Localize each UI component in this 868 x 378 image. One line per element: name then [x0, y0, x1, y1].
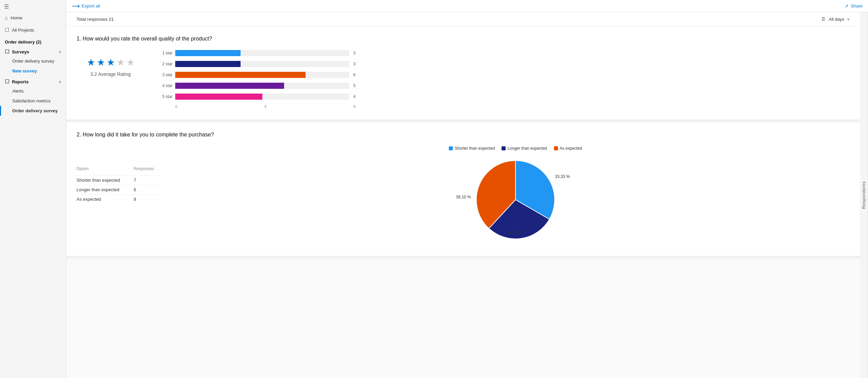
bar-row: 2 star3	[158, 61, 356, 67]
bar-row: 1 star3	[158, 50, 356, 56]
surveys-group-label-wrap: ☐ Surveys	[5, 49, 29, 55]
bar-value: 3	[353, 51, 356, 55]
legend-longer: Longer than expected	[502, 146, 547, 151]
bar-value: 5	[353, 83, 356, 88]
pie-chart-svg-wrapper: 33.33 % 28.57 % 38.10 %	[471, 155, 560, 245]
bar-label: 5 star	[158, 94, 173, 99]
star-2: ★	[97, 57, 105, 68]
content-scroll: Total responses 21 🗓 All days ∨ 1. How w…	[66, 12, 860, 378]
pie-row-shorter-option: Shorter than expected	[77, 178, 120, 183]
rating-section: ★ ★ ★ ★ ★ 3.2 Average Rating	[77, 50, 145, 77]
sidebar-item-home-label: Home	[11, 15, 22, 20]
surveys-group-header[interactable]: ☐ Surveys ∧	[0, 46, 66, 56]
legend-as-expected: As expected	[554, 146, 582, 151]
surveys-chevron: ∧	[59, 50, 61, 54]
filter-days-label: All days	[829, 17, 844, 22]
respondents-bar[interactable]: Respondents	[860, 12, 868, 378]
legend-dot-as-expected	[554, 146, 558, 150]
avg-rating: 3.2 Average Rating	[91, 71, 131, 77]
bar-row: 3 star6	[158, 72, 356, 78]
bar-track	[175, 61, 349, 67]
home-icon: ⌂	[5, 15, 8, 21]
bar-value: 6	[353, 72, 356, 77]
sidebar: ☰ ⌂ Home ☐ All Projects Order delivery (…	[0, 0, 66, 378]
pie-label-longer: 28.57 %	[508, 230, 523, 235]
star-3: ★	[107, 57, 115, 68]
question-2-title: 2. How long did it take for you to compl…	[77, 132, 850, 138]
bar-row: 4 star5	[158, 83, 356, 89]
stars-display: ★ ★ ★ ★ ★	[87, 57, 135, 68]
sidebar-item-order-delivery-survey-report-label: Order delivery survey	[12, 108, 58, 113]
reports-group-header[interactable]: ☐ Reports ∧	[0, 76, 66, 86]
sidebar-item-order-delivery-survey-label: Order delivery survey	[12, 59, 54, 64]
export-button[interactable]: ⟶ Export all	[72, 3, 100, 9]
pie-col-responses: Responses	[134, 166, 161, 171]
pie-col-option: Option	[77, 166, 120, 171]
bar-label: 3 star	[158, 72, 173, 77]
bar-fill	[175, 61, 241, 67]
projects-icon: ☐	[5, 27, 9, 33]
legend-dot-shorter	[449, 146, 453, 150]
total-responses: Total responses 21	[77, 17, 114, 22]
pie-label-as-expected: 38.10 %	[456, 195, 471, 199]
surveys-icon: ☐	[5, 49, 9, 55]
pie-row-as-expected-option: As expected	[77, 197, 120, 202]
bar-chart-section: 1 star32 star33 star64 star55 star4 0 4 …	[158, 50, 356, 109]
pie-table: Option Responses Shorter than expected 7…	[77, 146, 161, 204]
star-1: ★	[87, 57, 95, 68]
pie-row-as-expected: As expected 8	[77, 194, 161, 204]
bar-track	[175, 50, 349, 56]
share-button[interactable]: ↗ Share	[845, 3, 863, 9]
legend-shorter: Shorter than expected	[449, 146, 495, 151]
sidebar-item-home[interactable]: ⌂ Home	[0, 12, 66, 24]
sidebar-item-all-projects[interactable]: ☐ All Projects	[0, 24, 66, 36]
sidebar-item-order-delivery-survey[interactable]: Order delivery survey	[0, 56, 66, 66]
legend-dot-longer	[502, 146, 506, 150]
sidebar-item-alerts[interactable]: Alerts	[0, 86, 66, 96]
bar-value: 4	[353, 94, 356, 99]
sidebar-item-order-delivery-survey-report[interactable]: Order delivery survey	[0, 106, 66, 116]
share-label: Share	[851, 3, 863, 9]
pie-label-shorter: 33.33 %	[555, 174, 570, 179]
reports-group-label: Reports	[12, 79, 29, 84]
bar-fill	[175, 72, 306, 78]
reports-icon: ☐	[5, 79, 9, 85]
question-1-content: ★ ★ ★ ★ ★ 3.2 Average Rating 1 star32 st…	[77, 50, 850, 109]
question-1-title: 1. How would you rate the overall qualit…	[77, 36, 850, 42]
sidebar-item-satisfaction-metrics[interactable]: Satisfaction metrics	[0, 96, 66, 106]
content-area: Total responses 21 🗓 All days ∨ 1. How w…	[66, 12, 868, 378]
star-5: ★	[126, 57, 135, 68]
legend-shorter-label: Shorter than expected	[455, 146, 495, 151]
sidebar-item-all-projects-label: All Projects	[12, 28, 34, 33]
bar-label: 4 star	[158, 83, 173, 88]
sidebar-item-new-survey-label: New survey	[12, 68, 37, 73]
share-icon: ↗	[845, 3, 849, 9]
pie-row-shorter-responses: 7	[134, 178, 161, 183]
bar-track	[175, 94, 349, 100]
sidebar-item-satisfaction-metrics-label: Satisfaction metrics	[12, 98, 51, 103]
bar-row: 5 star4	[158, 94, 356, 100]
bar-fill	[175, 83, 284, 89]
question-2-content: Option Responses Shorter than expected 7…	[77, 146, 850, 245]
bar-fill	[175, 94, 262, 100]
sidebar-top: ☰	[0, 0, 66, 12]
axis-tick-0: 0	[175, 104, 177, 109]
pie-table-header: Option Responses	[77, 166, 161, 172]
filter-days-dropdown[interactable]: 🗓 All days ∨	[821, 16, 850, 22]
legend-as-expected-label: As expected	[560, 146, 582, 151]
hamburger-icon[interactable]: ☰	[4, 3, 9, 10]
bar-label: 2 star	[158, 62, 173, 66]
export-icon: ⟶	[72, 3, 80, 9]
pie-row-longer-option: Longer than expected	[77, 187, 120, 192]
chevron-down-icon: ∨	[847, 17, 850, 21]
pie-row-longer: Longer than expected 6	[77, 185, 161, 194]
sidebar-item-new-survey[interactable]: New survey	[0, 66, 66, 76]
reports-chevron: ∧	[59, 80, 61, 84]
axis-tick-8: 8	[354, 104, 356, 109]
calendar-icon: 🗓	[821, 16, 826, 22]
main: ⟶ Export all ↗ Share Total responses 21 …	[66, 0, 868, 378]
star-4: ★	[116, 57, 125, 68]
bar-fill	[175, 50, 241, 56]
bar-track	[175, 72, 349, 78]
bar-chart-container: 1 star32 star33 star64 star55 star4	[158, 50, 356, 100]
